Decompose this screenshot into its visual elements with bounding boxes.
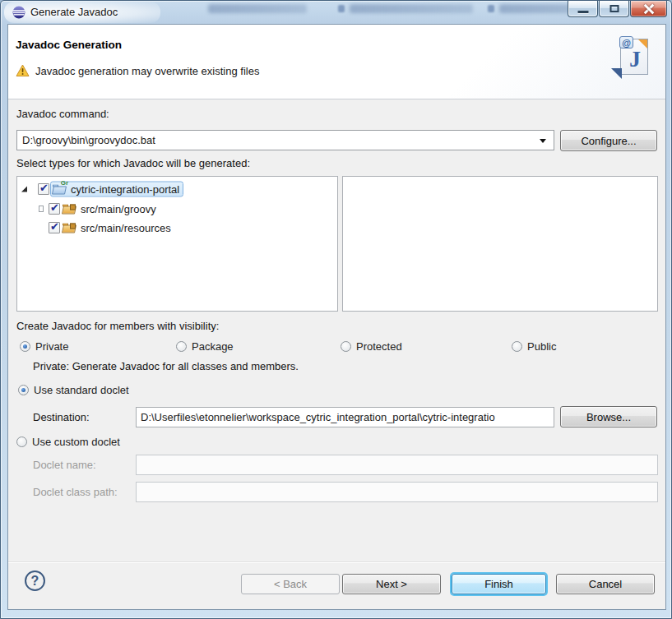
warning-triangle-icon — [16, 64, 30, 77]
page-title: Javadoc Generation — [16, 39, 122, 51]
javadoc-command-combobox[interactable]: D:\groovy\bin\groovydoc.bat — [16, 130, 554, 150]
radio-icon[interactable] — [512, 341, 522, 352]
doclet-classpath-label: Doclet class path: — [33, 486, 118, 498]
radio-icon[interactable] — [341, 341, 351, 352]
radio-icon[interactable] — [16, 437, 27, 447]
next-button[interactable]: Next > — [342, 574, 441, 594]
destination-field[interactable]: D:\Userfiles\etonnelier\workspace_cytric… — [136, 407, 554, 427]
tree-row-src-resources[interactable]: src/main/resources — [17, 218, 337, 237]
javadoc-command-value[interactable]: D:\groovy\bin\groovydoc.bat — [17, 134, 155, 146]
package-folder-icon — [63, 203, 76, 215]
finish-button[interactable]: Finish — [452, 574, 546, 594]
minimize-button[interactable] — [568, 1, 598, 17]
javadoc-page-icon: J @ — [619, 39, 650, 77]
doclet-name-label: Doclet name: — [33, 459, 96, 471]
doclet-classpath-field — [136, 482, 658, 502]
doclet-name-field — [136, 455, 658, 475]
tree-item-label[interactable]: src/main/resources — [81, 221, 171, 233]
standard-doclet-label: Use standard doclet — [34, 384, 129, 396]
blurred-background-tab — [208, 4, 307, 13]
generate-javadoc-window: Generate Javadoc Javadoc Generation Java… — [0, 0, 672, 619]
tree-item-label[interactable]: cytric-integration-portal — [71, 182, 179, 195]
tree-item[interactable]: src/main/groovy — [61, 201, 160, 215]
radio-package-label: Package — [192, 340, 234, 353]
tree-item-label[interactable]: src/main/groovy — [81, 202, 156, 215]
radio-custom-doclet[interactable]: Use custom doclet — [16, 436, 120, 448]
back-button: < Back — [241, 574, 340, 594]
javadoc-command-label: Javadoc command: — [16, 108, 109, 120]
cancel-button[interactable]: Cancel — [556, 574, 655, 594]
radio-protected-label: Protected — [356, 340, 402, 353]
project-checkbox[interactable] — [38, 183, 49, 195]
chevron-down-icon[interactable] — [540, 139, 546, 143]
maximize-button[interactable] — [599, 1, 629, 17]
blurred-background-tab — [350, 4, 473, 13]
warning-message: Javadoc generation may overwrite existin… — [35, 65, 259, 77]
browse-button[interactable]: Browse... — [560, 406, 657, 427]
tree-item-selected[interactable]: cytric-integration-portal — [50, 181, 183, 196]
radio-protected[interactable]: Protected — [341, 340, 402, 353]
help-button[interactable]: ? — [25, 570, 45, 591]
wizard-header: Javadoc Generation Javadoc generation ma… — [8, 25, 665, 99]
types-tree-panel[interactable]: cytric-integration-portal src/main/groov… — [16, 176, 338, 312]
src-groovy-checkbox[interactable] — [49, 203, 60, 215]
footer-bar: ? < Back Next > Finish Cancel — [8, 563, 665, 611]
configure-button[interactable]: Configure... — [560, 130, 657, 151]
radio-icon[interactable] — [18, 385, 29, 395]
destination-value: D:\Userfiles\etonnelier\workspace_cytric… — [141, 411, 495, 423]
src-resources-checkbox[interactable] — [49, 222, 60, 233]
close-button[interactable] — [630, 1, 667, 17]
minimize-icon — [577, 11, 588, 13]
eclipse-logo-icon — [12, 6, 25, 19]
tree-collapsed-arrow-icon[interactable] — [39, 206, 44, 212]
maximize-icon — [609, 5, 619, 12]
tree-expanded-arrow-icon[interactable] — [21, 186, 27, 192]
tree-row-project[interactable]: cytric-integration-portal — [17, 179, 337, 198]
groovy-project-folder-icon — [53, 183, 67, 195]
pointer-triangle-icon — [611, 68, 622, 79]
tree-row-src-groovy[interactable]: src/main/groovy — [17, 199, 337, 218]
titlebar[interactable]: Generate Javadoc — [1, 1, 671, 24]
radio-icon[interactable] — [20, 341, 30, 352]
radio-public-label: Public — [527, 340, 556, 353]
visibility-label: Create Javadoc for members with visibili… — [16, 320, 219, 332]
visibility-note: Private: Generate Javadoc for all classe… — [33, 360, 299, 372]
radio-standard-doclet[interactable]: Use standard doclet — [18, 384, 129, 396]
window-title: Generate Javadoc — [30, 6, 118, 18]
dialog-content: Javadoc Generation Javadoc generation ma… — [7, 24, 666, 610]
radio-private[interactable]: Private — [20, 340, 68, 353]
package-folder-icon — [63, 222, 76, 233]
blurred-background-tab-icon — [338, 5, 345, 12]
select-types-label: Select types for which Javadoc will be g… — [16, 157, 250, 169]
blurred-background-tab-icon — [488, 5, 494, 12]
window-controls — [567, 1, 667, 17]
tree-item[interactable]: src/main/resources — [61, 220, 174, 234]
destination-label: Destination: — [33, 411, 90, 423]
radio-package[interactable]: Package — [176, 340, 234, 353]
custom-doclet-label: Use custom doclet — [32, 436, 120, 448]
radio-public[interactable]: Public — [512, 340, 556, 353]
close-icon — [642, 2, 655, 15]
radio-private-label: Private — [35, 340, 68, 353]
members-list-panel[interactable] — [342, 176, 658, 312]
radio-icon[interactable] — [176, 341, 187, 352]
